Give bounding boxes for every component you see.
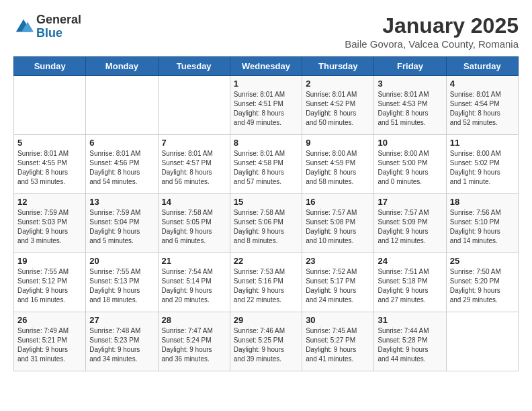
week-row-3: 12Sunrise: 7:59 AMSunset: 5:03 PMDayligh… (14, 194, 519, 253)
day-number: 27 (89, 315, 154, 325)
calendar-title: January 2025 (345, 13, 519, 38)
calendar-cell: 10Sunrise: 8:00 AMSunset: 5:00 PMDayligh… (374, 135, 446, 194)
day-number: 26 (17, 315, 82, 325)
day-number: 20 (89, 256, 154, 266)
logo-icon (13, 17, 34, 37)
day-info: Sunrise: 8:01 AMSunset: 4:54 PMDaylight:… (450, 90, 515, 128)
day-number: 7 (162, 138, 226, 148)
calendar-body: 1Sunrise: 8:01 AMSunset: 4:51 PMDaylight… (14, 76, 519, 371)
header-row: SundayMondayTuesdayWednesdayThursdayFrid… (14, 57, 519, 76)
calendar-cell: 20Sunrise: 7:55 AMSunset: 5:13 PMDayligh… (86, 253, 158, 312)
calendar-table: SundayMondayTuesdayWednesdayThursdayFrid… (13, 56, 519, 371)
day-info: Sunrise: 7:57 AMSunset: 5:09 PMDaylight:… (378, 208, 442, 246)
day-number: 13 (89, 197, 154, 207)
day-number: 18 (450, 197, 515, 207)
day-number: 16 (306, 197, 370, 207)
day-info: Sunrise: 8:00 AMSunset: 4:59 PMDaylight:… (306, 149, 370, 187)
page-header: General Blue January 2025 Baile Govora, … (13, 13, 519, 50)
calendar-header: SundayMondayTuesdayWednesdayThursdayFrid… (14, 57, 519, 76)
day-info: Sunrise: 8:01 AMSunset: 4:52 PMDaylight:… (306, 90, 370, 128)
day-number: 25 (450, 256, 515, 266)
calendar-cell: 3Sunrise: 8:01 AMSunset: 4:53 PMDaylight… (374, 76, 446, 135)
day-number: 17 (378, 197, 442, 207)
calendar-cell: 8Sunrise: 8:01 AMSunset: 4:58 PMDaylight… (230, 135, 302, 194)
calendar-cell: 24Sunrise: 7:51 AMSunset: 5:18 PMDayligh… (374, 253, 446, 312)
day-number: 5 (17, 138, 82, 148)
day-info: Sunrise: 7:57 AMSunset: 5:08 PMDaylight:… (306, 208, 370, 246)
day-info: Sunrise: 7:59 AMSunset: 5:03 PMDaylight:… (17, 208, 82, 246)
logo-text: General Blue (36, 13, 81, 40)
calendar-cell: 22Sunrise: 7:53 AMSunset: 5:16 PMDayligh… (230, 253, 302, 312)
header-cell-saturday: Saturday (446, 57, 518, 76)
day-number: 19 (17, 256, 82, 266)
calendar-cell: 5Sunrise: 8:01 AMSunset: 4:55 PMDaylight… (14, 135, 86, 194)
calendar-cell: 4Sunrise: 8:01 AMSunset: 4:54 PMDaylight… (446, 76, 518, 135)
day-number: 9 (306, 138, 370, 148)
day-info: Sunrise: 8:01 AMSunset: 4:58 PMDaylight:… (234, 149, 298, 187)
header-cell-thursday: Thursday (302, 57, 374, 76)
day-info: Sunrise: 7:59 AMSunset: 5:04 PMDaylight:… (89, 208, 154, 246)
day-number: 3 (378, 79, 442, 89)
title-block: January 2025 Baile Govora, Valcea County… (345, 13, 519, 50)
day-info: Sunrise: 8:01 AMSunset: 4:56 PMDaylight:… (89, 149, 154, 187)
calendar-cell (446, 312, 518, 371)
day-info: Sunrise: 7:55 AMSunset: 5:13 PMDaylight:… (89, 267, 154, 305)
calendar-cell: 31Sunrise: 7:44 AMSunset: 5:28 PMDayligh… (374, 312, 446, 371)
day-info: Sunrise: 7:58 AMSunset: 5:05 PMDaylight:… (162, 208, 226, 246)
day-number: 24 (378, 256, 442, 266)
calendar-cell (86, 76, 158, 135)
day-number: 2 (306, 79, 370, 89)
day-info: Sunrise: 7:52 AMSunset: 5:17 PMDaylight:… (306, 267, 370, 305)
day-info: Sunrise: 7:50 AMSunset: 5:20 PMDaylight:… (450, 267, 515, 305)
day-info: Sunrise: 8:01 AMSunset: 4:57 PMDaylight:… (162, 149, 226, 187)
logo-general: General (36, 13, 81, 27)
calendar-cell: 14Sunrise: 7:58 AMSunset: 5:05 PMDayligh… (158, 194, 230, 253)
header-cell-friday: Friday (374, 57, 446, 76)
day-info: Sunrise: 7:49 AMSunset: 5:21 PMDaylight:… (17, 326, 82, 364)
calendar-cell: 29Sunrise: 7:46 AMSunset: 5:25 PMDayligh… (230, 312, 302, 371)
calendar-cell: 17Sunrise: 7:57 AMSunset: 5:09 PMDayligh… (374, 194, 446, 253)
day-number: 8 (234, 138, 298, 148)
day-info: Sunrise: 7:46 AMSunset: 5:25 PMDaylight:… (234, 326, 298, 364)
calendar-cell: 9Sunrise: 8:00 AMSunset: 4:59 PMDaylight… (302, 135, 374, 194)
week-row-5: 26Sunrise: 7:49 AMSunset: 5:21 PMDayligh… (14, 312, 519, 371)
calendar-cell: 12Sunrise: 7:59 AMSunset: 5:03 PMDayligh… (14, 194, 86, 253)
day-number: 30 (306, 315, 370, 325)
calendar-subtitle: Baile Govora, Valcea County, Romania (345, 38, 519, 50)
day-number: 6 (89, 138, 154, 148)
day-info: Sunrise: 7:56 AMSunset: 5:10 PMDaylight:… (450, 208, 515, 246)
day-info: Sunrise: 7:47 AMSunset: 5:24 PMDaylight:… (162, 326, 226, 364)
calendar-cell: 30Sunrise: 7:45 AMSunset: 5:27 PMDayligh… (302, 312, 374, 371)
calendar-cell (158, 76, 230, 135)
day-info: Sunrise: 8:01 AMSunset: 4:51 PMDaylight:… (234, 90, 298, 128)
day-number: 4 (450, 79, 515, 89)
calendar-cell: 21Sunrise: 7:54 AMSunset: 5:14 PMDayligh… (158, 253, 230, 312)
day-number: 14 (162, 197, 226, 207)
header-cell-monday: Monday (86, 57, 158, 76)
calendar-cell: 25Sunrise: 7:50 AMSunset: 5:20 PMDayligh… (446, 253, 518, 312)
day-info: Sunrise: 7:48 AMSunset: 5:23 PMDaylight:… (89, 326, 154, 364)
day-info: Sunrise: 7:44 AMSunset: 5:28 PMDaylight:… (378, 326, 442, 364)
calendar-cell: 13Sunrise: 7:59 AMSunset: 5:04 PMDayligh… (86, 194, 158, 253)
calendar-cell: 11Sunrise: 8:00 AMSunset: 5:02 PMDayligh… (446, 135, 518, 194)
day-info: Sunrise: 8:01 AMSunset: 4:53 PMDaylight:… (378, 90, 442, 128)
day-info: Sunrise: 7:45 AMSunset: 5:27 PMDaylight:… (306, 326, 370, 364)
calendar-cell: 15Sunrise: 7:58 AMSunset: 5:06 PMDayligh… (230, 194, 302, 253)
calendar-cell: 27Sunrise: 7:48 AMSunset: 5:23 PMDayligh… (86, 312, 158, 371)
week-row-4: 19Sunrise: 7:55 AMSunset: 5:12 PMDayligh… (14, 253, 519, 312)
day-info: Sunrise: 8:00 AMSunset: 5:02 PMDaylight:… (450, 149, 515, 187)
day-info: Sunrise: 7:53 AMSunset: 5:16 PMDaylight:… (234, 267, 298, 305)
day-number: 1 (234, 79, 298, 89)
logo-blue: Blue (36, 27, 81, 40)
calendar-cell: 1Sunrise: 8:01 AMSunset: 4:51 PMDaylight… (230, 76, 302, 135)
day-info: Sunrise: 7:51 AMSunset: 5:18 PMDaylight:… (378, 267, 442, 305)
calendar-cell: 2Sunrise: 8:01 AMSunset: 4:52 PMDaylight… (302, 76, 374, 135)
day-info: Sunrise: 7:55 AMSunset: 5:12 PMDaylight:… (17, 267, 82, 305)
day-info: Sunrise: 8:00 AMSunset: 5:00 PMDaylight:… (378, 149, 442, 187)
calendar-cell: 7Sunrise: 8:01 AMSunset: 4:57 PMDaylight… (158, 135, 230, 194)
header-cell-wednesday: Wednesday (230, 57, 302, 76)
day-number: 11 (450, 138, 515, 148)
day-number: 29 (234, 315, 298, 325)
header-cell-sunday: Sunday (14, 57, 86, 76)
day-number: 15 (234, 197, 298, 207)
